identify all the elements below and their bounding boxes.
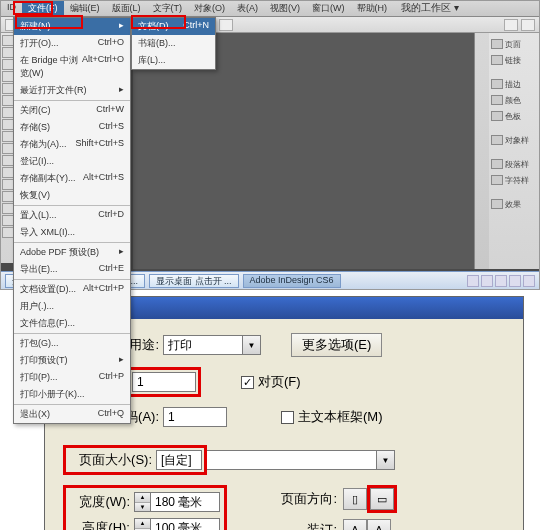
menu-recent[interactable]: 最近打开文件(R)▸ [14,82,130,99]
menu-close[interactable]: 关闭(C)Ctrl+W [14,102,130,119]
menu-window[interactable]: 窗口(W) [306,1,351,16]
menu-fileinfo[interactable]: 文件信息(F)... [14,315,130,332]
pagesize-extended[interactable] [207,450,377,470]
task-indesign[interactable]: Adobe InDesign CS6 [243,274,341,288]
tool-icon[interactable] [219,19,233,31]
workspace-switcher[interactable]: 我的工作区 ▾ [393,1,467,16]
menu-type[interactable]: 文字(T) [147,1,189,16]
facing-pages-checkbox[interactable]: ✓ [241,376,254,389]
highlight-box-orientation: ▭ [367,485,397,513]
pages-icon [491,39,503,49]
purpose-dropdown-button[interactable]: ▼ [243,335,261,355]
menu-object[interactable]: 对象(O) [188,1,231,16]
submenu-library[interactable]: 库(L)... [132,52,215,69]
stroke-icon [491,79,503,89]
highlight-box-dimensions: 宽度(W): ▲▼ 180 毫米 高度(H): ▲▼ 100 毫米 [63,485,227,530]
menu-user[interactable]: 用户(.)... [14,298,130,315]
panels-dock: 页面 链接 描边 颜色 色板 对象样 段落样 字符样 效果 [474,33,539,269]
orientation-landscape-button[interactable]: ▭ [370,488,394,510]
color-icon [491,95,503,105]
menu-saveas[interactable]: 存储为(A)...Shift+Ctrl+S [14,136,130,153]
swatches-icon [491,111,503,121]
effects-icon [491,199,503,209]
panel-links[interactable]: 链接 [489,53,539,67]
masterframe-checkbox[interactable] [281,411,294,424]
binding-left-button[interactable]: A [343,519,367,530]
menu-revert[interactable]: 恢复(V) [14,187,130,204]
menu-importxml[interactable]: 导入 XML(I)... [14,224,130,241]
menu-print[interactable]: 打印(P)...Ctrl+P [14,369,130,386]
panel-effects[interactable]: 效果 [489,197,539,211]
highlight-box [131,15,186,29]
tool-icon[interactable] [504,19,518,31]
menu-table[interactable]: 表(A) [231,1,264,16]
task-desktop[interactable]: 显示桌面 点击开 ... [149,274,239,288]
pagesize-dropdown-button[interactable]: ▼ [377,450,395,470]
menu-view[interactable]: 视图(V) [264,1,306,16]
tool-icon[interactable] [521,19,535,31]
menu-edit[interactable]: 编辑(E) [64,1,106,16]
file-menu-dropdown: 新建(N)▸ 打开(O)...Ctrl+O 在 Bridge 中浏览(W)Alt… [13,17,131,424]
startpage-input[interactable]: 1 [163,407,227,427]
binding-label: 装订: [267,521,337,530]
menu-browse-bridge[interactable]: 在 Bridge 中浏览(W)Alt+Ctrl+O [14,52,130,82]
tray-icon[interactable] [495,275,507,287]
menu-docsetup[interactable]: 文档设置(D)...Alt+Ctrl+P [14,281,130,298]
panel-pages[interactable]: 页面 [489,37,539,51]
tray-icon[interactable] [523,275,535,287]
menu-help[interactable]: 帮助(H) [351,1,394,16]
width-input[interactable]: 180 毫米 [150,492,220,512]
menu-export[interactable]: 导出(E)...Ctrl+E [14,261,130,278]
panel-parastyle[interactable]: 段落样 [489,157,539,171]
objstyle-icon [491,135,503,145]
orientation-label: 页面方向: [267,490,337,508]
width-label: 宽度(W): [70,493,130,511]
height-label: 高度(H): [70,519,130,530]
menu-checkin[interactable]: 登记(I)... [14,153,130,170]
tray-icon[interactable] [467,275,479,287]
more-options-button[interactable]: 更多选项(E) [291,333,382,357]
width-spinner[interactable]: ▲▼ [134,492,150,512]
orientation-portrait-button[interactable]: ▯ [343,488,367,510]
panel-stroke[interactable]: 描边 [489,77,539,91]
highlight-box-size: 页面大小(S): [自定] [63,445,207,475]
masterframe-label: 主文本框架(M) [298,408,383,426]
menu-pdfpreset[interactable]: Adobe PDF 预设(B)▸ [14,244,130,261]
pagesize-select[interactable]: [自定] [156,450,202,470]
system-tray [467,275,535,287]
menu-savecopy[interactable]: 存储副本(Y)...Alt+Ctrl+S [14,170,130,187]
height-input[interactable]: 100 毫米 [150,518,220,530]
app-window: ID 文件(F) 编辑(E) 版面(L) 文字(T) 对象(O) 表(A) 视图… [0,0,540,290]
menu-package[interactable]: 打包(G)... [14,335,130,352]
pagesize-label: 页面大小(S): [68,451,152,469]
tray-icon[interactable] [509,275,521,287]
menu-save[interactable]: 存储(S)Ctrl+S [14,119,130,136]
submenu-book[interactable]: 书籍(B)... [132,35,215,52]
parastyle-icon [491,159,503,169]
facing-pages-label: 对页(F) [258,373,301,391]
tray-icon[interactable] [481,275,493,287]
height-spinner[interactable]: ▲▼ [134,518,150,530]
menu-exit[interactable]: 退出(X)Ctrl+Q [14,406,130,423]
binding-right-button[interactable]: A [367,519,391,530]
panel-swatches[interactable]: 色板 [489,109,539,123]
menu-printbooklet[interactable]: 打印小册子(K)... [14,386,130,403]
panel-objstyle[interactable]: 对象样 [489,133,539,147]
menu-place[interactable]: 置入(L)...Ctrl+D [14,207,130,224]
panel-charstyle[interactable]: 字符样 [489,173,539,187]
links-icon [491,55,503,65]
charstyle-icon [491,175,503,185]
menu-open[interactable]: 打开(O)...Ctrl+O [14,35,130,52]
menu-layout[interactable]: 版面(L) [106,1,147,16]
highlight-box [13,1,53,15]
pages-input[interactable]: 1 [132,372,196,392]
panel-color[interactable]: 颜色 [489,93,539,107]
menu-printpreset[interactable]: 打印预设(T)▸ [14,352,130,369]
purpose-select[interactable]: 打印 [163,335,243,355]
highlight-box [15,15,83,29]
